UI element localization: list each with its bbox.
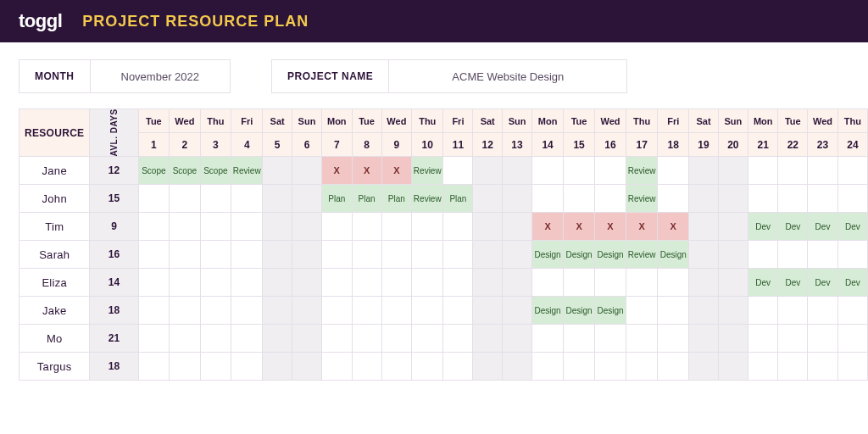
plan-cell[interactable] xyxy=(443,325,473,353)
plan-cell[interactable] xyxy=(381,297,412,325)
plan-cell[interactable] xyxy=(808,185,838,213)
plan-cell[interactable] xyxy=(473,353,503,381)
plan-cell[interactable] xyxy=(502,353,531,381)
plan-cell[interactable] xyxy=(502,213,531,241)
plan-cell[interactable] xyxy=(689,157,719,185)
plan-cell[interactable] xyxy=(595,353,626,381)
plan-cell[interactable] xyxy=(443,157,473,185)
plan-cell[interactable] xyxy=(837,157,867,185)
plan-cell[interactable] xyxy=(352,325,381,353)
plan-cell[interactable]: Review xyxy=(412,157,443,185)
plan-cell[interactable]: X xyxy=(532,213,564,241)
plan-cell[interactable] xyxy=(231,185,263,213)
plan-cell[interactable] xyxy=(412,213,443,241)
plan-cell[interactable] xyxy=(748,157,777,185)
plan-cell[interactable] xyxy=(837,325,867,353)
plan-cell[interactable] xyxy=(837,185,867,213)
plan-cell[interactable]: Scope xyxy=(200,157,231,185)
plan-cell[interactable] xyxy=(502,269,531,297)
plan-cell[interactable]: Review xyxy=(231,157,263,185)
plan-cell[interactable] xyxy=(322,241,352,269)
plan-cell[interactable]: Dev xyxy=(808,269,838,297)
plan-cell[interactable] xyxy=(200,213,231,241)
plan-cell[interactable] xyxy=(231,241,263,269)
plan-cell[interactable] xyxy=(718,157,748,185)
plan-cell[interactable] xyxy=(170,213,200,241)
plan-cell[interactable] xyxy=(231,213,263,241)
plan-cell[interactable] xyxy=(138,269,169,297)
plan-cell[interactable] xyxy=(532,269,564,297)
plan-cell[interactable] xyxy=(138,241,169,269)
plan-cell[interactable] xyxy=(473,269,503,297)
plan-cell[interactable] xyxy=(718,269,748,297)
plan-cell[interactable] xyxy=(231,269,263,297)
plan-cell[interactable] xyxy=(718,353,748,381)
plan-cell[interactable] xyxy=(502,185,531,213)
plan-cell[interactable]: Design xyxy=(532,241,564,269)
plan-cell[interactable] xyxy=(200,241,231,269)
plan-cell[interactable] xyxy=(231,325,263,353)
plan-cell[interactable]: Dev xyxy=(837,213,867,241)
plan-cell[interactable]: X xyxy=(322,157,352,185)
plan-cell[interactable] xyxy=(595,269,626,297)
plan-cell[interactable] xyxy=(292,213,321,241)
plan-cell[interactable] xyxy=(658,269,689,297)
plan-cell[interactable] xyxy=(778,185,808,213)
plan-cell[interactable]: Dev xyxy=(808,213,838,241)
plan-cell[interactable] xyxy=(263,241,292,269)
plan-cell[interactable] xyxy=(502,241,531,269)
plan-cell[interactable] xyxy=(322,269,352,297)
plan-cell[interactable] xyxy=(718,185,748,213)
plan-cell[interactable] xyxy=(808,353,838,381)
plan-cell[interactable] xyxy=(658,325,689,353)
plan-cell[interactable] xyxy=(443,269,473,297)
plan-cell[interactable]: Dev xyxy=(778,213,808,241)
plan-cell[interactable] xyxy=(263,297,292,325)
plan-cell[interactable] xyxy=(292,185,321,213)
plan-cell[interactable]: Design xyxy=(564,297,595,325)
plan-cell[interactable] xyxy=(658,157,689,185)
plan-cell[interactable] xyxy=(778,157,808,185)
plan-cell[interactable] xyxy=(837,241,867,269)
plan-cell[interactable] xyxy=(473,157,503,185)
plan-cell[interactable] xyxy=(200,353,231,381)
plan-cell[interactable]: Review xyxy=(626,157,658,185)
plan-cell[interactable]: Review xyxy=(412,185,443,213)
plan-cell[interactable] xyxy=(292,325,321,353)
plan-cell[interactable] xyxy=(689,353,719,381)
plan-cell[interactable] xyxy=(502,325,531,353)
plan-cell[interactable] xyxy=(292,157,321,185)
plan-cell[interactable]: Dev xyxy=(748,269,777,297)
plan-cell[interactable] xyxy=(689,185,719,213)
plan-cell[interactable] xyxy=(412,353,443,381)
plan-cell[interactable] xyxy=(381,353,412,381)
plan-cell[interactable] xyxy=(502,297,531,325)
plan-cell[interactable] xyxy=(412,325,443,353)
plan-cell[interactable] xyxy=(170,325,200,353)
plan-cell[interactable] xyxy=(626,353,658,381)
plan-cell[interactable]: Review xyxy=(626,241,658,269)
plan-cell[interactable] xyxy=(473,325,503,353)
plan-cell[interactable] xyxy=(322,213,352,241)
plan-cell[interactable] xyxy=(263,213,292,241)
plan-cell[interactable]: Plan xyxy=(352,185,381,213)
plan-cell[interactable] xyxy=(200,325,231,353)
plan-cell[interactable] xyxy=(263,269,292,297)
plan-cell[interactable] xyxy=(532,157,564,185)
plan-cell[interactable] xyxy=(443,241,473,269)
plan-cell[interactable] xyxy=(595,185,626,213)
plan-cell[interactable] xyxy=(352,353,381,381)
plan-cell[interactable] xyxy=(200,185,231,213)
plan-cell[interactable]: X xyxy=(564,213,595,241)
plan-cell[interactable] xyxy=(689,241,719,269)
plan-cell[interactable] xyxy=(200,297,231,325)
plan-cell[interactable]: Dev xyxy=(778,269,808,297)
plan-cell[interactable] xyxy=(138,185,169,213)
plan-cell[interactable]: X xyxy=(352,157,381,185)
plan-cell[interactable] xyxy=(748,185,777,213)
plan-cell[interactable]: X xyxy=(381,157,412,185)
plan-cell[interactable] xyxy=(595,325,626,353)
plan-cell[interactable] xyxy=(564,157,595,185)
plan-cell[interactable]: Dev xyxy=(837,269,867,297)
plan-cell[interactable]: Plan xyxy=(381,185,412,213)
